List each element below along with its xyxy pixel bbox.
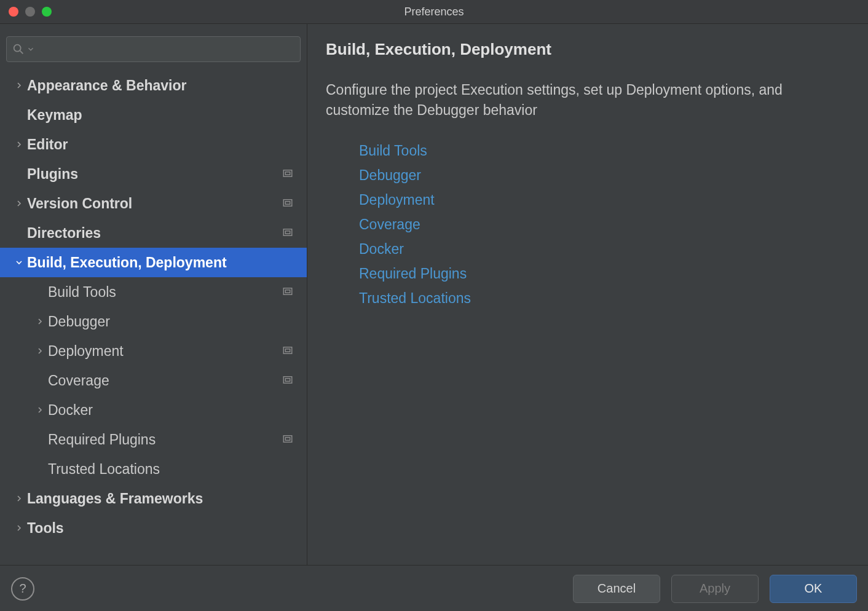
link-coverage[interactable]: Coverage [359, 212, 850, 237]
sidebar-item-deployment[interactable]: Deployment [0, 336, 307, 366]
sidebar-label: Build Tools [48, 284, 282, 301]
sidebar-item-build-execution-deployment[interactable]: Build, Execution, Deployment [0, 248, 307, 277]
sidebar-label: Trusted Locations [48, 461, 307, 478]
apply-label: Apply [700, 581, 730, 596]
window-controls [9, 7, 52, 17]
svg-rect-7 [285, 231, 290, 234]
svg-rect-14 [283, 435, 292, 442]
sidebar-label: Version Control [27, 195, 282, 212]
sidebar-item-appearance[interactable]: Appearance & Behavior [0, 71, 307, 100]
svg-rect-13 [285, 378, 290, 381]
sidebar-item-tools[interactable]: Tools [0, 513, 307, 543]
sidebar-label: Plugins [27, 166, 282, 183]
sidebar-item-coverage[interactable]: Coverage [0, 366, 307, 395]
subpage-links: Build Tools Debugger Deployment Coverage… [359, 138, 850, 310]
link-build-tools[interactable]: Build Tools [359, 138, 850, 163]
svg-point-0 [14, 45, 21, 52]
svg-rect-4 [283, 199, 292, 206]
project-scope-icon [282, 343, 293, 360]
search-icon [12, 42, 25, 56]
svg-rect-8 [283, 288, 292, 294]
project-scope-icon [282, 166, 293, 183]
link-deployment[interactable]: Deployment [359, 187, 850, 212]
help-icon: ? [19, 581, 26, 596]
svg-rect-15 [285, 437, 290, 440]
apply-button[interactable]: Apply [671, 575, 759, 603]
settings-content: Build, Execution, Deployment Configure t… [307, 24, 868, 565]
sidebar-label: Appearance & Behavior [27, 77, 307, 94]
sidebar-label: Required Plugins [48, 432, 282, 448]
sidebar-item-plugins[interactable]: Plugins [0, 159, 307, 189]
sidebar-item-directories[interactable]: Directories [0, 218, 307, 248]
sidebar-label: Docker [48, 402, 307, 419]
svg-rect-6 [283, 229, 292, 235]
fullscreen-window-button[interactable] [42, 7, 52, 17]
svg-rect-10 [283, 347, 292, 353]
settings-sidebar: Appearance & Behavior Keymap Editor Plug… [0, 24, 307, 565]
settings-tree: Appearance & Behavior Keymap Editor Plug… [0, 71, 307, 543]
minimize-window-button[interactable] [25, 7, 35, 17]
svg-rect-3 [285, 171, 290, 175]
svg-rect-12 [283, 376, 292, 383]
ok-button[interactable]: OK [770, 575, 857, 603]
sidebar-item-trusted-locations[interactable]: Trusted Locations [0, 454, 307, 484]
titlebar: Preferences [0, 0, 868, 24]
sidebar-item-editor[interactable]: Editor [0, 130, 307, 159]
chevron-right-icon [14, 140, 24, 149]
chevron-right-icon [14, 494, 24, 503]
project-scope-icon [282, 432, 293, 448]
project-scope-icon [282, 284, 293, 301]
sidebar-label: Tools [27, 520, 307, 537]
search-input[interactable] [6, 36, 301, 62]
sidebar-label: Build, Execution, Deployment [27, 254, 307, 271]
sidebar-item-docker[interactable]: Docker [0, 395, 307, 425]
sidebar-label: Coverage [48, 373, 282, 389]
chevron-right-icon [35, 317, 45, 326]
page-title: Build, Execution, Deployment [326, 40, 850, 59]
dialog-footer: ? Cancel Apply OK [0, 565, 868, 611]
svg-rect-2 [283, 170, 292, 176]
help-button[interactable]: ? [11, 577, 34, 601]
chevron-right-icon [14, 199, 24, 208]
cancel-button[interactable]: Cancel [573, 575, 660, 603]
close-window-button[interactable] [9, 7, 18, 17]
sidebar-label: Directories [27, 225, 282, 242]
chevron-right-icon [14, 523, 24, 533]
cancel-label: Cancel [598, 581, 636, 596]
chevron-down-icon [14, 258, 24, 267]
sidebar-label: Keymap [27, 107, 307, 124]
sidebar-item-keymap[interactable]: Keymap [0, 100, 307, 130]
link-trusted-locations[interactable]: Trusted Locations [359, 286, 850, 310]
ok-label: OK [805, 581, 823, 596]
window-title: Preferences [0, 6, 868, 18]
sidebar-label: Debugger [48, 313, 307, 330]
sidebar-item-languages-frameworks[interactable]: Languages & Frameworks [0, 484, 307, 513]
link-docker[interactable]: Docker [359, 237, 850, 261]
chevron-down-icon [26, 45, 35, 53]
svg-rect-5 [285, 201, 290, 204]
sidebar-label: Editor [27, 136, 307, 153]
sidebar-item-required-plugins[interactable]: Required Plugins [0, 425, 307, 454]
svg-line-1 [20, 51, 23, 54]
page-description: Configure the project Execution settings… [326, 80, 850, 121]
svg-rect-11 [285, 349, 290, 352]
chevron-right-icon [35, 405, 45, 415]
link-required-plugins[interactable]: Required Plugins [359, 261, 850, 286]
svg-rect-9 [285, 290, 290, 293]
sidebar-item-version-control[interactable]: Version Control [0, 189, 307, 218]
sidebar-item-build-tools[interactable]: Build Tools [0, 277, 307, 307]
sidebar-label: Deployment [48, 343, 282, 360]
sidebar-item-debugger[interactable]: Debugger [0, 307, 307, 336]
project-scope-icon [282, 373, 293, 389]
project-scope-icon [282, 195, 293, 212]
sidebar-label: Languages & Frameworks [27, 491, 307, 507]
link-debugger[interactable]: Debugger [359, 163, 850, 187]
chevron-right-icon [14, 81, 24, 90]
project-scope-icon [282, 225, 293, 242]
chevron-right-icon [35, 346, 45, 356]
